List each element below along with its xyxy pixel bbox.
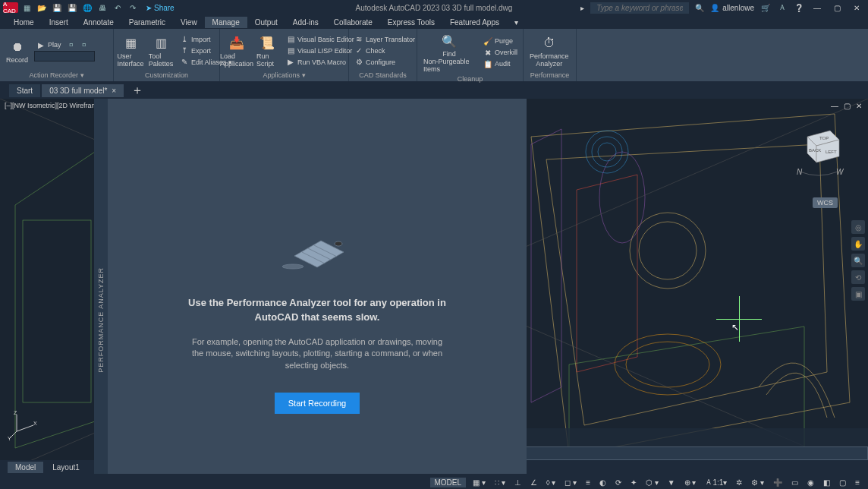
vp-restore-icon[interactable]: ▢ [842, 101, 851, 110]
undo-icon[interactable]: ↶ [112, 2, 123, 13]
ar-opt1-icon[interactable]: ▫ [66, 39, 77, 50]
play-button[interactable]: ▶Play [34, 39, 64, 50]
menu-annotate[interactable]: Annotate [76, 17, 121, 28]
close-button[interactable]: ✕ [850, 2, 863, 14]
vp-close-icon[interactable]: ✕ [854, 101, 863, 110]
menu-overflow-icon[interactable]: ▾ [507, 17, 526, 28]
run-script-button[interactable]: 📜Run Script [253, 33, 281, 69]
overkill-button[interactable]: ✖Overkill [481, 47, 520, 58]
redo-icon[interactable]: ↷ [127, 2, 138, 13]
purge-button[interactable]: 🧹Purge [481, 36, 520, 46]
transparency-icon[interactable]: ◐ [597, 478, 609, 487]
nav-wheel-icon[interactable]: ◎ [851, 220, 865, 234]
cycling-icon[interactable]: ⟳ [613, 478, 624, 487]
web-icon[interactable]: 🌐 [82, 2, 93, 13]
menu-express-tools[interactable]: Express Tools [380, 17, 442, 28]
search-icon[interactable]: 🔍 [695, 4, 704, 12]
record-button[interactable]: ⏺ Record [3, 36, 31, 65]
snap-icon[interactable]: ∷ ▾ [492, 478, 508, 487]
perf-title-bar[interactable]: PERFORMANCE ANALYZER [94, 99, 108, 474]
user-menu[interactable]: 👤 allenlowe [710, 4, 754, 12]
nav-orbit-icon[interactable]: ⟲ [851, 270, 865, 284]
app-store-icon[interactable]: Ａ [777, 2, 788, 13]
lineweight-icon[interactable]: ≡ [583, 478, 593, 487]
saveas-icon[interactable]: 💾 [67, 2, 77, 13]
drawing-area[interactable]: [–][NW Isometric][2D Wireframe] ― ▢ ✕ PE… [0, 99, 868, 474]
layout-tab-1[interactable]: Layout1 [45, 462, 87, 473]
vp-minimize-icon[interactable]: ― [830, 101, 839, 110]
osnap-icon[interactable]: ◻ ▾ [562, 478, 579, 487]
panel-applications[interactable]: Applications ▾ [223, 71, 345, 80]
wcs-badge[interactable]: WCS [813, 197, 838, 208]
grid-icon[interactable]: ▦ ▾ [470, 478, 488, 487]
vlisp-button[interactable]: ▤Visual LISP Editor [284, 46, 357, 56]
performance-analyzer-button[interactable]: ⏱PerformanceAnalyzer [527, 33, 572, 69]
menu-output[interactable]: Output [247, 17, 285, 28]
open-icon[interactable]: 📂 [36, 2, 47, 13]
nav-zoom-icon[interactable]: 🔍 [851, 254, 865, 267]
menu-view[interactable]: View [173, 17, 205, 28]
ucs-icon[interactable]: Z X Y [8, 410, 38, 440]
customize-icon[interactable]: ≡ [853, 478, 862, 487]
configure-button[interactable]: ⚙Configure [352, 57, 417, 68]
minimize-button[interactable]: ― [810, 2, 824, 14]
hardware-icon[interactable]: ◉ [805, 478, 816, 487]
share-button[interactable]: ➤ Share [146, 4, 175, 12]
layer-translator-button[interactable]: ≋Layer Translator [352, 34, 417, 45]
annovisibility-icon[interactable]: ✲ [734, 478, 744, 487]
polar-icon[interactable]: ∠ [528, 478, 539, 487]
units-icon[interactable]: ▭ [789, 478, 800, 487]
layout-tab-model[interactable]: Model [8, 462, 43, 473]
vba-button[interactable]: ▶Run VBA Macro [284, 57, 357, 68]
cart-icon[interactable]: 🛒 [760, 2, 771, 13]
cleanscreen-icon[interactable]: ▢ [837, 478, 848, 487]
gizmo-icon[interactable]: ⊕ ▾ [682, 478, 699, 487]
plot-icon[interactable]: 🖶 [97, 2, 108, 13]
ar-opt2-icon[interactable]: ▫ [79, 39, 90, 50]
nav-pan-icon[interactable]: ✋ [851, 237, 865, 251]
annoscale-icon[interactable]: Ａ 1:1 ▾ [703, 477, 729, 487]
status-model[interactable]: MODEL [430, 478, 467, 487]
viewport-label[interactable]: [–][NW Isometric][2D Wireframe] [5, 102, 103, 109]
tab-close-icon[interactable]: × [112, 87, 116, 95]
tab-add-button[interactable]: ＋ [125, 80, 149, 101]
action-dropdown[interactable] [34, 51, 95, 62]
find-nonpurgeable-button[interactable]: 🔍FindNon-Purgeable Items [420, 30, 478, 74]
new-icon[interactable]: ▦ [21, 2, 32, 13]
audit-button[interactable]: 📋Audit [481, 58, 520, 69]
start-recording-button[interactable]: Start Recording [275, 393, 360, 414]
dynamic-ucs-icon[interactable]: ⬡ ▾ [643, 478, 661, 487]
help-icon[interactable]: ❔ [794, 2, 804, 13]
check-button[interactable]: ✓Check [352, 46, 417, 56]
isolate-icon[interactable]: ◧ [821, 478, 832, 487]
app-icon[interactable]: A CAD [3, 2, 18, 13]
tab-document[interactable]: 03 3D full model* × [42, 84, 124, 97]
palettes-label: Tool Palettes [149, 52, 174, 68]
maximize-button[interactable]: ▢ [830, 2, 844, 14]
menu-collaborate[interactable]: Collaborate [326, 17, 380, 28]
filter-icon[interactable]: ▼ [665, 478, 678, 487]
menu-add-ins[interactable]: Add-ins [285, 17, 326, 28]
menu-featured-apps[interactable]: Featured Apps [442, 17, 507, 28]
panel-action-recorder[interactable]: Action Recorder ▾ [3, 71, 110, 80]
monitor-icon[interactable]: ➕ [771, 478, 785, 487]
menu-home[interactable]: Home [6, 17, 42, 28]
menu-insert[interactable]: Insert [42, 17, 76, 28]
load-app-button[interactable]: 📥Load Application [223, 33, 250, 69]
3dosnap-icon[interactable]: ✦ [628, 478, 639, 487]
load-app-icon: 📥 [228, 34, 246, 52]
cui-button[interactable]: ▦User Interface [117, 33, 144, 69]
ortho-icon[interactable]: ⊥ [512, 478, 524, 487]
isodraft-icon[interactable]: ◊ ▾ [544, 478, 558, 487]
save-icon[interactable]: 💾 [52, 2, 62, 13]
search-input[interactable] [590, 2, 689, 14]
nav-showmotion-icon[interactable]: ▣ [851, 287, 865, 301]
menu-manage[interactable]: Manage [205, 17, 247, 28]
vbe-button[interactable]: ▤Visual Basic Editor [284, 34, 357, 45]
menu-parametric[interactable]: Parametric [121, 17, 173, 28]
tool-palettes-button[interactable]: ▥Tool Palettes [147, 33, 175, 69]
viewcube[interactable]: TOP BACK LEFT N W [792, 121, 845, 182]
tab-start[interactable]: Start [9, 84, 40, 97]
search-dropdown-icon[interactable]: ▸ [580, 4, 584, 12]
workspace-icon[interactable]: ⚙ ▾ [749, 478, 766, 487]
